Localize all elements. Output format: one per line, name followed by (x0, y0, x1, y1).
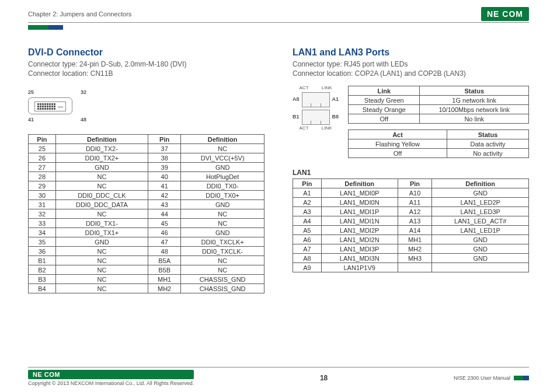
table-row: 36NC48DDI0_TXCLK- (29, 247, 264, 256)
page-header: Chapter 2: Jumpers and Connectors NE COM (28, 7, 529, 23)
table-row: Flashing YellowData activity (349, 139, 529, 149)
table-row: 27GND39GND (29, 163, 264, 172)
table-row: 25DDI0_TX2-37NC (29, 144, 264, 153)
table-row: Steady Orange10/100Mbps network link (349, 105, 529, 114)
table-row: Steady Green1G network link (349, 96, 529, 105)
table-row: A1LAN1_MDI0PA10GND (293, 188, 529, 198)
table-row: OffNo activity (349, 149, 529, 158)
table-row: 26DDI0_TX2+38DVI_VCC(+5V) (29, 153, 264, 163)
page-number: 18 (320, 374, 328, 382)
table-row: B3NCMH1CHASSIS_GND (29, 275, 264, 284)
table-row: A7LAN1_MDI3PMH2GND (293, 244, 529, 254)
lan-heading: LAN1 and LAN3 Ports (293, 47, 529, 58)
table-row: 34DDI0_TX1+46GND (29, 228, 264, 237)
table-row: 29NC41DDI0_TX0- (29, 181, 264, 191)
dvi-connector-location: Connector location: CN11B (28, 69, 264, 78)
table-row: 35GND47DDI0_TXCLK+ (29, 237, 264, 247)
copyright-text: Copyright © 2013 NEXCOM International Co… (28, 380, 194, 386)
table-row: 32NC44NC (29, 209, 264, 219)
table-row: A5LAN1_MDI2PA14LAN1_LED1P (293, 226, 529, 235)
table-row: A4LAN1_MDI1NA13LAN1_LED_ACT# (293, 216, 529, 226)
table-row: 33DDI0_TX1-45NC (29, 219, 264, 228)
table-row: 30DDI0_DDC_CLK42DDI0_TX0+ (29, 191, 264, 200)
footer-logo: NE COM (28, 370, 194, 379)
act-status-table: ActStatus Flashing YellowData activityOf… (348, 130, 529, 158)
dvi-diagram: 2532 — 4148 (28, 89, 264, 123)
chapter-title: Chapter 2: Jumpers and Connectors (28, 10, 131, 18)
table-row: A6LAN1_MDI2NMH1GND (293, 235, 529, 244)
lan-connector-type: Connector type: RJ45 port with LEDs (293, 60, 529, 68)
table-row: B4NCMH2CHASSIS_GND (29, 284, 264, 293)
table-row: B2NCB5BNC (29, 265, 264, 275)
table-row: 28NC40HotPlugDet (29, 172, 264, 181)
rj45-diagram: ACTLINK A8A1 B1B8 ACTLINK (293, 86, 339, 131)
table-row: 31DDI0_DDC_DATA43GND (29, 200, 264, 209)
lan-connector-location: Connector location: COP2A (LAN1) and COP… (293, 69, 529, 78)
table-row: A2LAN1_MDI0NA11LAN1_LED2P (293, 198, 529, 207)
table-row: A3LAN1_MDI1PA12LAN1_LED3P (293, 207, 529, 216)
dvi-heading: DVI-D Connector (28, 47, 264, 58)
manual-title: NISE 2300 User Manual (454, 375, 510, 381)
brand-logo: NE COM (481, 7, 529, 21)
table-row: B1NCB5ANC (29, 256, 264, 265)
table-row: A9LAN1P1V9 (293, 263, 529, 272)
page-footer: NE COM Copyright © 2013 NEXCOM Internati… (28, 367, 529, 386)
lan1-pin-table: Pin Definition Pin Definition A1LAN1_MDI… (293, 178, 529, 272)
accent-bar (28, 25, 63, 30)
link-status-table: LinkStatus Steady Green1G network linkSt… (348, 86, 529, 124)
table-row: A8LAN1_MDI3NMH3GND (293, 254, 529, 263)
lan1-label: LAN1 (293, 169, 529, 177)
dvi-connector-type: Connector type: 24-pin D-Sub, 2.0mm-M-18… (28, 60, 264, 68)
table-row: OffNo link (349, 114, 529, 124)
dvi-pin-table: Pin Definition Pin Definition 25DDI0_TX2… (28, 134, 264, 293)
